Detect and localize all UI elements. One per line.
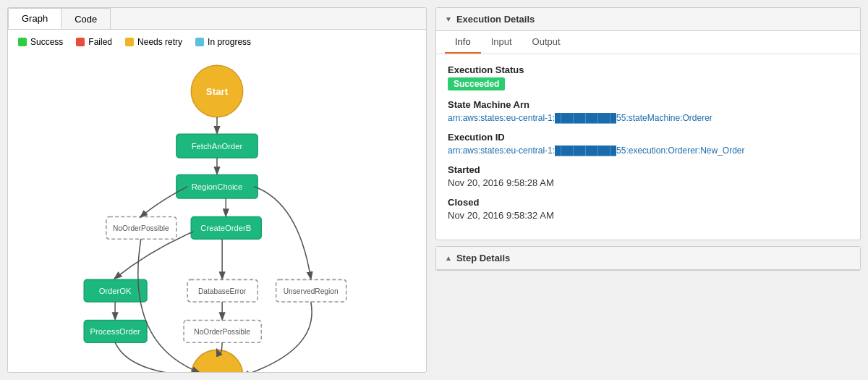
step-details-panel: ▲ Step Details <box>435 246 861 271</box>
execution-details-title: Execution Details <box>456 14 535 25</box>
svg-text:UnservedRegion: UnservedRegion <box>284 287 339 295</box>
legend-success-label: Success <box>30 37 63 47</box>
svg-text:RegionChoice: RegionChoice <box>192 182 242 191</box>
started-label: Started <box>448 164 848 175</box>
state-machine-row: State Machine Arn arn:aws:states:eu-cent… <box>448 99 848 123</box>
success-dot <box>18 38 27 46</box>
legend: Success Failed Needs retry In progress <box>8 30 426 54</box>
legend-success: Success <box>18 37 63 47</box>
legend-failed: Failed <box>76 37 112 47</box>
workflow-graph: Start FetchAnOrder RegionChoice NoOrderP… <box>8 54 426 372</box>
execution-details-panel: ▼ Execution Details Info Input Output Ex… <box>435 7 861 240</box>
graph-area: Start FetchAnOrder RegionChoice NoOrderP… <box>8 54 426 372</box>
closed-row: Closed Nov 20, 2016 9:58:32 AM <box>448 197 848 221</box>
tab-input[interactable]: Input <box>481 31 522 54</box>
execution-id-value[interactable]: arn:aws:states:eu-central-1:██████████55… <box>448 145 745 156</box>
legend-inprogress-label: In progress <box>208 37 251 47</box>
execution-id-row: Execution ID arn:aws:states:eu-central-1… <box>448 132 848 156</box>
right-panel: ▼ Execution Details Info Input Output Ex… <box>435 7 861 373</box>
failed-dot <box>76 38 85 46</box>
legend-failed-label: Failed <box>88 37 112 47</box>
svg-text:ProcessOrder: ProcessOrder <box>90 327 140 336</box>
closed-label: Closed <box>448 197 848 208</box>
started-row: Started Nov 20, 2016 9:58:28 AM <box>448 164 848 188</box>
info-tabs-bar: Info Input Output <box>436 31 860 54</box>
closed-value: Nov 20, 2016 9:58:32 AM <box>448 210 848 221</box>
execution-id-label: Execution ID <box>448 132 848 143</box>
execution-status-row: Execution Status Succeeded <box>448 64 848 90</box>
svg-text:NoOrderPossible: NoOrderPossible <box>113 224 169 232</box>
legend-retry: Needs retry <box>125 37 182 47</box>
execution-details-header[interactable]: ▼ Execution Details <box>436 8 860 31</box>
tab-graph[interactable]: Graph <box>8 8 61 29</box>
tab-code[interactable]: Code <box>61 8 111 29</box>
expand-icon: ▲ <box>445 254 452 262</box>
svg-text:OrderOK: OrderOK <box>99 287 132 295</box>
step-details-title: Step Details <box>456 253 510 263</box>
retry-dot <box>125 38 134 46</box>
svg-text:NoOrderPossible: NoOrderPossible <box>194 328 250 336</box>
svg-text:Start: Start <box>206 86 229 97</box>
tab-bar: Graph Code <box>8 8 426 30</box>
svg-point-20 <box>191 350 242 372</box>
step-details-header[interactable]: ▲ Step Details <box>436 247 860 270</box>
svg-text:End: End <box>208 371 226 372</box>
svg-text:CreateOrderB: CreateOrderB <box>200 224 251 232</box>
left-panel: Graph Code Success Failed Needs retry In… <box>7 7 427 373</box>
started-value: Nov 20, 2016 9:58:28 AM <box>448 177 848 188</box>
status-badge: Succeeded <box>448 77 505 90</box>
legend-inprogress: In progress <box>195 37 251 47</box>
state-machine-label: State Machine Arn <box>448 99 848 110</box>
tab-output[interactable]: Output <box>522 31 571 54</box>
details-body: Execution Status Succeeded State Machine… <box>436 54 860 240</box>
collapse-icon: ▼ <box>445 15 452 23</box>
state-machine-arn[interactable]: arn:aws:states:eu-central-1:██████████55… <box>448 113 712 123</box>
inprogress-dot <box>195 38 204 46</box>
legend-retry-label: Needs retry <box>137 37 182 47</box>
svg-text:DatabaseError: DatabaseError <box>198 287 247 295</box>
tab-info[interactable]: Info <box>445 31 481 54</box>
svg-text:FetchAnOrder: FetchAnOrder <box>192 142 243 151</box>
execution-status-label: Execution Status <box>448 64 848 75</box>
